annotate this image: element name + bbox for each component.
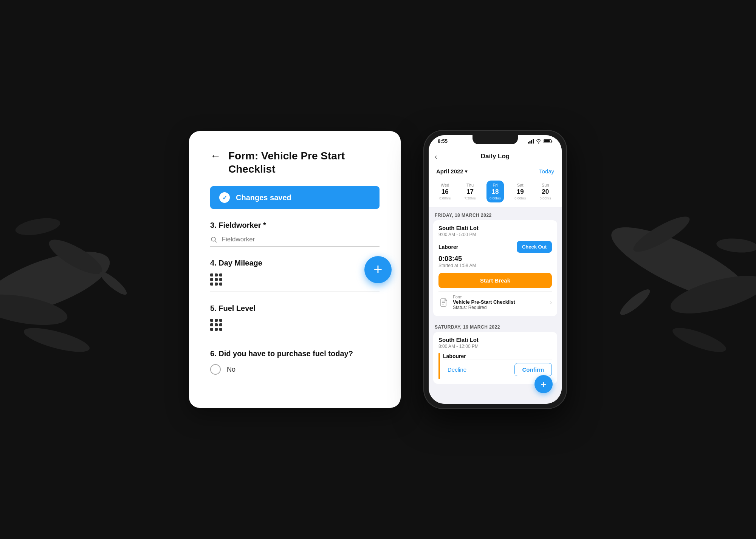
svg-point-4 (22, 323, 91, 357)
confirm-button[interactable]: Confirm (514, 363, 552, 376)
svg-point-11 (617, 286, 653, 318)
day-num-sun: 20 (542, 188, 549, 196)
fieldworker-label: 3. Fieldworker * (210, 221, 380, 230)
day-name-wed: Wed (441, 183, 449, 187)
form-doc-icon (438, 297, 449, 308)
checkout-button[interactable]: Check Out (517, 241, 552, 253)
day-hours-sat: 0:00hrs (514, 196, 526, 200)
saturday-location-time: 8:00 AM - 12:00 PM (438, 344, 552, 349)
laborer-row-saturday: Labourer Decline Confirm (438, 353, 552, 379)
day-mileage-section: 4. Day Mileage (210, 259, 380, 292)
form-label-text: Form (453, 295, 515, 299)
svg-rect-20 (552, 141, 552, 142)
day-selector: Wed 16 8:00hrs Thu 17 7:30hrs Fri 18 0:0… (429, 178, 562, 207)
day-name-thu: Thu (466, 183, 474, 187)
signal-icon (528, 139, 534, 144)
friday-location-time: 9:00 AM - 5:00 PM (438, 232, 552, 237)
radio-circle-no (210, 364, 221, 375)
today-button[interactable]: Today (539, 168, 554, 175)
main-container: ← Form: Vehicle Pre Start Checklist Chan… (189, 130, 567, 409)
wifi-icon (536, 139, 542, 144)
day-num-thu: 17 (466, 188, 474, 196)
phone-screen: 8:55 (429, 135, 562, 404)
month-chevron-icon: ▾ (465, 169, 467, 174)
numeric-pad-icon-mileage (210, 273, 380, 286)
phone-back-button[interactable]: ‹ (435, 152, 437, 161)
day-item-sun[interactable]: Sun 20 0:00hrs (537, 181, 554, 202)
search-icon (210, 236, 217, 243)
svg-point-3 (14, 215, 61, 238)
day-hours-wed: 8:00hrs (439, 196, 451, 200)
form-title: Form: Vehicle Pre Start Checklist (228, 149, 380, 176)
day-num-wed: 16 (442, 188, 449, 196)
form-header: ← Form: Vehicle Pre Start Checklist (210, 149, 380, 176)
numeric-pad-icon-fuel (210, 319, 380, 331)
day-hours-fri: 0:00hrs (490, 196, 501, 200)
fieldworker-field-wrapper (210, 236, 380, 247)
svg-rect-15 (530, 141, 531, 144)
status-icons (528, 138, 553, 144)
phone-time: 8:55 (438, 138, 448, 144)
day-item-sat[interactable]: Sat 19 0:00hrs (511, 181, 529, 202)
fieldworker-input[interactable] (222, 236, 380, 243)
purchase-fuel-no-option[interactable]: No (210, 364, 380, 375)
day-hours-thu: 7:30hrs (465, 196, 476, 200)
day-mileage-input-wrapper (210, 289, 380, 292)
phone-fab-button[interactable]: + (534, 375, 553, 393)
radio-no-label: No (227, 366, 235, 374)
svg-rect-17 (533, 139, 534, 144)
changes-saved-banner: Changes saved (210, 186, 380, 209)
day-name-fri: Fri (493, 183, 498, 187)
laborer-label-saturday: Labourer (443, 353, 466, 359)
form-item-left: Form Vehicle Pre-Start Checklist Status:… (438, 295, 515, 310)
month-label[interactable]: April 2022 ▾ (436, 168, 467, 175)
form-name-text: Vehicle Pre-Start Checklist (453, 299, 515, 305)
orange-indicator (438, 353, 440, 379)
day-name-sun: Sun (542, 183, 549, 187)
laborer-label-friday: Laborer (438, 244, 458, 250)
fuel-level-input-wrapper (210, 334, 380, 337)
svg-point-8 (670, 323, 729, 357)
battery-icon (544, 139, 553, 144)
timer-row: 0:03:45 Started at 1:58 AM (438, 255, 552, 268)
back-arrow-icon[interactable]: ← (210, 150, 221, 162)
day-item-wed[interactable]: Wed 16 8:00hrs (436, 181, 454, 202)
laborer-confirm-row: Decline Confirm (443, 360, 552, 379)
day-name-sat: Sat (517, 183, 524, 187)
check-circle-icon (219, 192, 230, 203)
friday-location-name: South Elati Lot (438, 225, 552, 231)
form-status-text: Status: Required (453, 305, 515, 310)
svg-rect-16 (531, 140, 532, 144)
start-break-button[interactable]: Start Break (438, 273, 552, 288)
decline-button[interactable]: Decline (443, 363, 471, 376)
day-item-thu[interactable]: Thu 17 7:30hrs (462, 181, 479, 202)
laborer-row-friday: Laborer Check Out (438, 241, 552, 253)
day-num-sat: 19 (517, 188, 524, 196)
daily-log-header: ‹ Daily Log (429, 149, 562, 165)
document-icon (440, 298, 447, 307)
fuel-level-section: 5. Fuel Level (210, 304, 380, 337)
form-item-details: Form Vehicle Pre-Start Checklist Status:… (453, 295, 515, 310)
chevron-right-icon: › (550, 299, 552, 306)
started-text: Started at 1:58 AM (438, 263, 552, 268)
day-item-fri[interactable]: Fri 18 0:00hrs (486, 181, 504, 202)
saturday-header: SATURDAY, 19 MARCH 2022 (429, 319, 562, 332)
purchase-fuel-section: 6. Did you have to purchase fuel today? … (210, 349, 380, 375)
svg-rect-14 (528, 142, 529, 144)
form-item-row[interactable]: Form Vehicle Pre-Start Checklist Status:… (438, 291, 552, 312)
day-hours-sun: 0:00hrs (540, 196, 551, 200)
phone-content: FRIDAY, 18 MARCH 2022 South Elati Lot 9:… (429, 207, 562, 404)
svg-line-13 (215, 241, 217, 242)
center-fab-button[interactable]: + (364, 256, 392, 283)
svg-point-12 (211, 237, 215, 241)
day-num-fri: 18 (492, 188, 499, 196)
phone-frame: 8:55 (423, 130, 567, 409)
fuel-level-label: 5. Fuel Level (210, 304, 380, 313)
svg-point-9 (716, 237, 756, 254)
friday-header: FRIDAY, 18 MARCH 2022 (429, 207, 562, 220)
day-mileage-label: 4. Day Mileage (210, 259, 380, 267)
svg-rect-19 (544, 140, 550, 142)
changes-saved-text: Changes saved (236, 193, 291, 202)
month-row: April 2022 ▾ Today (429, 165, 562, 178)
purchase-fuel-label: 6. Did you have to purchase fuel today? (210, 349, 380, 358)
